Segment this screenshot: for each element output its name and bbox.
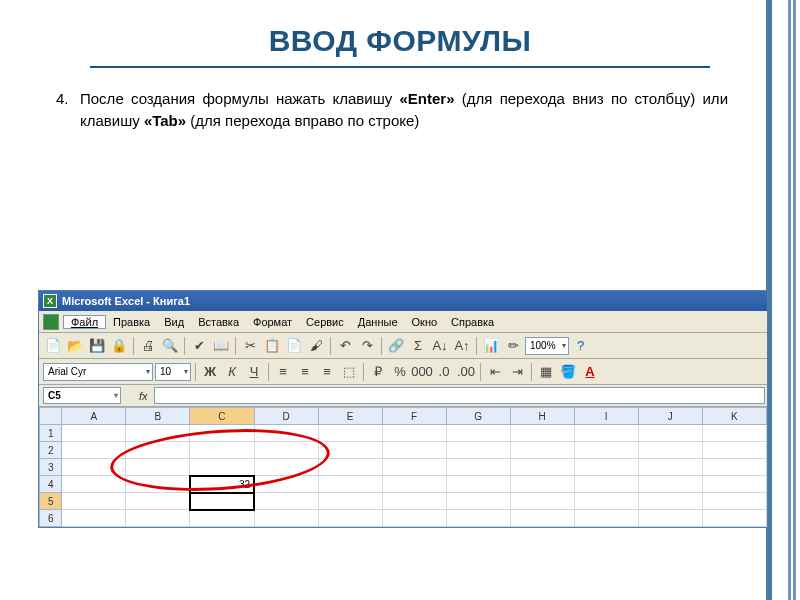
col-header[interactable]: H	[510, 408, 574, 425]
col-header[interactable]: A	[62, 408, 126, 425]
menu-edit[interactable]: Правка	[106, 316, 157, 328]
font-name-select[interactable]: Arial Cyr	[43, 363, 153, 381]
align-right-icon[interactable]: ≡	[317, 362, 337, 382]
sort-asc-icon[interactable]: A↓	[430, 336, 450, 356]
col-header[interactable]: G	[446, 408, 510, 425]
excel-window: X Microsoft Excel - Книга1 Файл Правка В…	[38, 290, 768, 528]
font-color-icon[interactable]: A	[580, 362, 600, 382]
align-left-icon[interactable]: ≡	[273, 362, 293, 382]
print-icon[interactable]: 🖨	[138, 336, 158, 356]
paste-icon[interactable]: 📄	[284, 336, 304, 356]
percent-icon[interactable]: %	[390, 362, 410, 382]
new-icon[interactable]: 📄	[43, 336, 63, 356]
col-header[interactable]: C	[190, 408, 254, 425]
menu-file[interactable]: Файл	[63, 315, 106, 329]
fx-label[interactable]: fx	[139, 390, 148, 402]
name-box[interactable]: C5	[43, 387, 121, 404]
italic-button[interactable]: К	[222, 362, 242, 382]
col-header[interactable]: F	[382, 408, 446, 425]
spreadsheet-grid[interactable]: A B C D E F G H I J K 1 2 3 432 5 6	[39, 407, 767, 527]
fill-color-icon[interactable]: 🪣	[558, 362, 578, 382]
redo-icon[interactable]: ↷	[357, 336, 377, 356]
slide-content: 4. После создания формулы нажать клавишу…	[0, 88, 800, 132]
underline-button[interactable]: Ч	[244, 362, 264, 382]
slide-title: ВВОД ФОРМУЛЫ	[0, 0, 800, 62]
formatting-toolbar: Arial Cyr 10 Ж К Ч ≡ ≡ ≡ ⬚ ₽ % 000 .0 .0…	[39, 359, 767, 385]
cell-c5-active[interactable]	[190, 493, 254, 510]
increase-indent-icon[interactable]: ⇥	[507, 362, 527, 382]
open-icon[interactable]: 📂	[65, 336, 85, 356]
hyperlink-icon[interactable]: 🔗	[386, 336, 406, 356]
cut-icon[interactable]: ✂	[240, 336, 260, 356]
menu-window[interactable]: Окно	[405, 316, 445, 328]
text-part: (для перехода вправо по строке)	[186, 112, 419, 129]
col-header[interactable]: K	[702, 408, 766, 425]
menu-help[interactable]: Справка	[444, 316, 501, 328]
currency-icon[interactable]: ₽	[368, 362, 388, 382]
row-header[interactable]: 3	[40, 459, 62, 476]
formula-bar-row: C5 fx	[39, 385, 767, 407]
excel-icon: X	[43, 294, 57, 308]
save-icon[interactable]: 💾	[87, 336, 107, 356]
excel-menubar: Файл Правка Вид Вставка Формат Сервис Да…	[39, 311, 767, 333]
excel-titlebar: X Microsoft Excel - Книга1	[39, 291, 767, 311]
drawing-icon[interactable]: ✏	[503, 336, 523, 356]
row-header[interactable]: 2	[40, 442, 62, 459]
col-header[interactable]: I	[574, 408, 638, 425]
formula-bar[interactable]	[154, 387, 765, 404]
menu-insert[interactable]: Вставка	[191, 316, 246, 328]
excel-title: Microsoft Excel - Книга1	[62, 295, 190, 307]
zoom-select[interactable]: 100%	[525, 337, 569, 355]
autosum-icon[interactable]: Σ	[408, 336, 428, 356]
align-center-icon[interactable]: ≡	[295, 362, 315, 382]
research-icon[interactable]: 📖	[211, 336, 231, 356]
text-part: После создания формулы нажать клавишу	[80, 90, 400, 107]
col-header[interactable]: E	[318, 408, 382, 425]
menu-tools[interactable]: Сервис	[299, 316, 351, 328]
workbook-icon	[43, 314, 59, 330]
text-bold: «Tab»	[144, 112, 186, 129]
list-text: После создания формулы нажать клавишу «E…	[80, 88, 728, 132]
sort-desc-icon[interactable]: A↑	[452, 336, 472, 356]
decrease-decimal-icon[interactable]: .00	[456, 362, 476, 382]
row-header[interactable]: 5	[40, 493, 62, 510]
text-bold: «Enter»	[400, 90, 455, 107]
permission-icon[interactable]: 🔒	[109, 336, 129, 356]
row-header[interactable]: 6	[40, 510, 62, 527]
title-divider	[90, 66, 710, 68]
select-all-corner[interactable]	[40, 408, 62, 425]
bold-button[interactable]: Ж	[200, 362, 220, 382]
menu-data[interactable]: Данные	[351, 316, 405, 328]
standard-toolbar: 📄 📂 💾 🔒 🖨 🔍 ✔ 📖 ✂ 📋 📄 🖌 ↶ ↷ 🔗 Σ A↓ A↑ �	[39, 333, 767, 359]
comma-icon[interactable]: 000	[412, 362, 432, 382]
col-header[interactable]: J	[638, 408, 702, 425]
col-header[interactable]: B	[126, 408, 190, 425]
chart-icon[interactable]: 📊	[481, 336, 501, 356]
list-number: 4.	[56, 88, 80, 132]
copy-icon[interactable]: 📋	[262, 336, 282, 356]
merge-icon[interactable]: ⬚	[339, 362, 359, 382]
font-size-select[interactable]: 10	[155, 363, 191, 381]
col-header[interactable]: D	[254, 408, 318, 425]
cell-c4[interactable]: 32	[190, 476, 254, 493]
preview-icon[interactable]: 🔍	[160, 336, 180, 356]
help-icon[interactable]: ?	[571, 336, 591, 356]
undo-icon[interactable]: ↶	[335, 336, 355, 356]
spelling-icon[interactable]: ✔	[189, 336, 209, 356]
borders-icon[interactable]: ▦	[536, 362, 556, 382]
increase-decimal-icon[interactable]: .0	[434, 362, 454, 382]
row-header[interactable]: 4	[40, 476, 62, 493]
menu-view[interactable]: Вид	[157, 316, 191, 328]
menu-format[interactable]: Формат	[246, 316, 299, 328]
format-painter-icon[interactable]: 🖌	[306, 336, 326, 356]
row-header[interactable]: 1	[40, 425, 62, 442]
decrease-indent-icon[interactable]: ⇤	[485, 362, 505, 382]
